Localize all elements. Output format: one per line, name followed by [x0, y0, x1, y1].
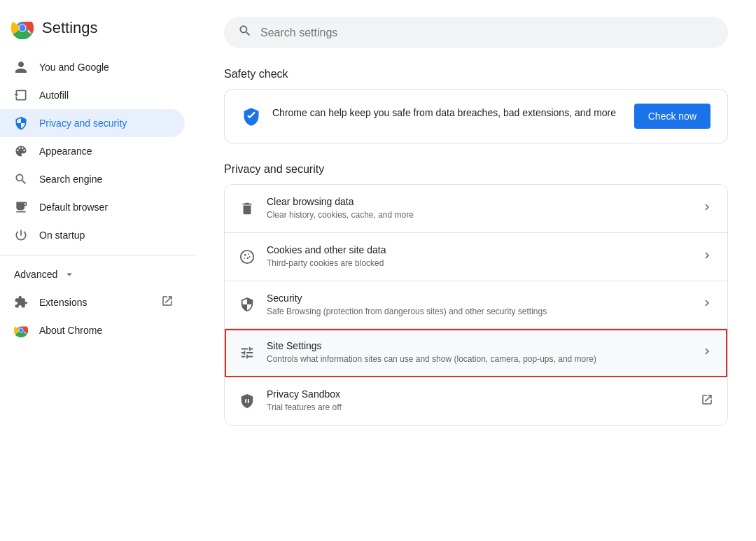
sidebar-item-extensions-label: Extensions: [39, 297, 87, 308]
site-settings-item[interactable]: Site Settings Controls what information …: [225, 329, 727, 377]
security-item[interactable]: Security Safe Browsing (protection from …: [225, 281, 727, 330]
sidebar-item-default-browser[interactable]: Default browser: [0, 193, 185, 221]
palette-icon: [14, 144, 28, 158]
cookies-item[interactable]: Cookies and other site data Third-party …: [225, 233, 727, 281]
extensions-external-link-icon: [161, 295, 174, 309]
check-now-button[interactable]: Check now: [634, 104, 710, 129]
security-arrow-icon: [701, 297, 713, 312]
search-input[interactable]: [260, 27, 714, 39]
safety-check-section-title: Safety check: [224, 68, 728, 80]
security-text: Security Safe Browsing (protection from …: [267, 293, 695, 318]
safety-check-card: Chrome can help keep you safe from data …: [224, 89, 728, 143]
privacy-sandbox-item[interactable]: Privacy Sandbox Trial features are off: [225, 377, 727, 425]
cookie-icon: [239, 248, 255, 265]
site-settings-arrow-icon: [701, 345, 713, 360]
sidebar-item-on-startup-label: On startup: [39, 230, 85, 241]
tune-icon: [239, 344, 255, 361]
sidebar: Settings You and Google Autofill Privacy…: [0, 0, 196, 541]
clear-browsing-data-desc: Clear history, cookies, cache, and more: [267, 209, 695, 221]
privacy-security-section-title: Privacy and security: [224, 163, 728, 176]
privacy-sandbox-external-icon: [701, 393, 713, 409]
safety-check-content: Chrome can help keep you safe from data …: [241, 106, 616, 127]
privacy-sandbox-title: Privacy Sandbox: [267, 388, 695, 400]
search-bar[interactable]: [224, 17, 728, 48]
cookies-desc: Third-party cookies are blocked: [267, 258, 695, 269]
svg-point-3: [20, 25, 26, 31]
sidebar-item-about-chrome-label: About Chrome: [39, 325, 102, 336]
svg-point-11: [244, 258, 245, 259]
privacy-sandbox-desc: Trial features are off: [267, 402, 695, 414]
sidebar-item-you-and-google[interactable]: You and Google: [0, 53, 185, 81]
sidebar-item-search-engine[interactable]: Search engine: [0, 165, 185, 193]
clear-browsing-data-arrow-icon: [701, 201, 713, 216]
privacy-security-list: Clear browsing data Clear history, cooki…: [224, 184, 728, 426]
sidebar-item-on-startup[interactable]: On startup: [0, 221, 185, 249]
person-icon: [14, 60, 28, 74]
chevron-down-icon: [63, 268, 76, 281]
svg-point-7: [19, 328, 23, 332]
autofill-icon: [14, 88, 28, 102]
search-engine-icon: [14, 172, 28, 186]
svg-point-12: [247, 257, 249, 259]
sidebar-item-appearance[interactable]: Appearance: [0, 137, 185, 165]
security-desc: Safe Browsing (protection from dangerous…: [267, 306, 695, 318]
security-title: Security: [267, 293, 695, 304]
sidebar-item-extensions[interactable]: Extensions: [0, 288, 185, 316]
advanced-label: Advanced: [14, 269, 57, 280]
clear-browsing-data-title: Clear browsing data: [267, 196, 695, 207]
cookies-title: Cookies and other site data: [267, 244, 695, 255]
sidebar-item-privacy-and-security[interactable]: Privacy and security: [0, 109, 185, 137]
site-settings-text: Site Settings Controls what information …: [267, 340, 695, 365]
shield-icon: [14, 116, 28, 130]
chrome-logo-icon: [11, 17, 34, 39]
sidebar-item-privacy-label: Privacy and security: [39, 118, 127, 129]
sidebar-item-autofill[interactable]: Autofill: [0, 81, 185, 109]
sidebar-item-default-browser-label: Default browser: [39, 202, 108, 213]
about-chrome-icon: [14, 323, 28, 337]
cookies-text: Cookies and other site data Third-party …: [267, 244, 695, 269]
clear-browsing-data-text: Clear browsing data Clear history, cooki…: [267, 196, 695, 221]
privacy-sandbox-icon: [239, 393, 255, 409]
sidebar-item-autofill-label: Autofill: [39, 90, 69, 101]
site-settings-desc: Controls what information sites can use …: [267, 353, 695, 365]
sidebar-item-appearance-label: Appearance: [39, 146, 92, 157]
app-header: Settings: [0, 8, 196, 53]
sidebar-item-you-and-google-label: You and Google: [39, 62, 109, 73]
privacy-sandbox-text: Privacy Sandbox Trial features are off: [267, 388, 695, 414]
safety-check-description: Chrome can help keep you safe from data …: [272, 106, 616, 120]
clear-browsing-data-item[interactable]: Clear browsing data Clear history, cooki…: [225, 185, 727, 233]
search-icon: [238, 24, 252, 41]
sidebar-item-about-chrome[interactable]: About Chrome: [0, 316, 185, 344]
app-title: Settings: [42, 19, 98, 37]
cookies-arrow-icon: [701, 249, 713, 265]
extension-icon: [14, 295, 28, 309]
site-settings-title: Site Settings: [267, 340, 695, 351]
svg-point-13: [249, 256, 251, 258]
svg-point-10: [248, 253, 249, 255]
on-startup-icon: [14, 228, 28, 242]
security-shield-icon: [239, 296, 255, 313]
delete-icon: [239, 200, 255, 217]
advanced-section-header[interactable]: Advanced: [0, 261, 185, 288]
svg-point-8: [241, 251, 253, 263]
safety-shield-icon: [241, 107, 261, 127]
main-content: Safety check Chrome can help keep you sa…: [196, 0, 756, 541]
svg-point-9: [244, 254, 246, 256]
default-browser-icon: [14, 200, 28, 214]
sidebar-divider: [0, 255, 196, 255]
sidebar-item-search-engine-label: Search engine: [39, 174, 102, 185]
